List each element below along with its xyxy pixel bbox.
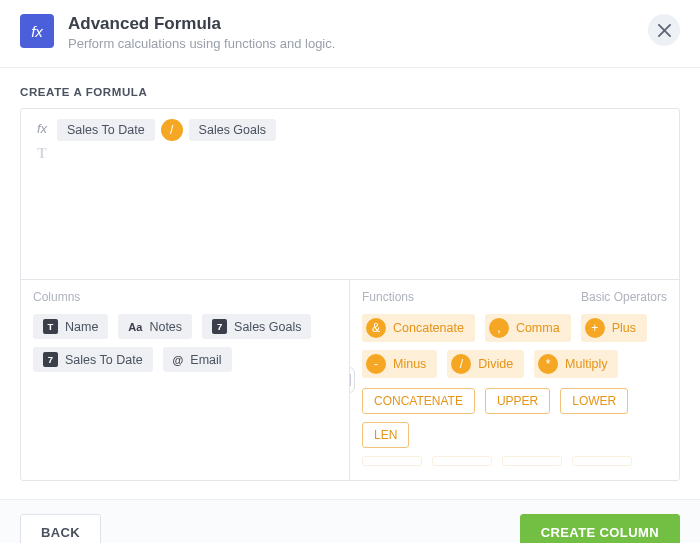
operator-minus[interactable]: - Minus	[362, 350, 437, 378]
token-column[interactable]: Sales To Date	[57, 119, 155, 141]
header-text: Advanced Formula Perform calculations us…	[68, 14, 648, 51]
formula-icon-glyph: fx	[31, 23, 43, 40]
column-chip-label: Sales Goals	[234, 320, 301, 334]
operator-label: Multiply	[565, 357, 607, 371]
functions-label: Functions	[362, 290, 414, 304]
column-chip-sales-goals[interactable]: 7 Sales Goals	[202, 314, 311, 339]
operators-list: & Concatenate , Comma + Plus - Minus	[362, 314, 667, 378]
dialog-title: Advanced Formula	[68, 14, 648, 34]
divide-icon: /	[451, 354, 471, 374]
token-operator[interactable]: /	[161, 119, 183, 141]
columns-heading: Columns	[33, 290, 337, 304]
comma-icon: ,	[489, 318, 509, 338]
formula-editor[interactable]: fx T Sales To Date / Sales Goals	[21, 109, 679, 279]
number-type-icon: 7	[43, 352, 58, 367]
create-column-button[interactable]: CREATE COLUMN	[520, 514, 680, 543]
section-label: CREATE A FORMULA	[20, 86, 680, 98]
multiply-icon: *	[538, 354, 558, 374]
main: CREATE A FORMULA fx T Sales To Date / Sa…	[0, 68, 700, 481]
ampersand-icon: &	[366, 318, 386, 338]
notes-type-icon: Aa	[128, 319, 142, 334]
operators-label: Basic Operators	[581, 290, 667, 304]
operator-concatenate[interactable]: & Concatenate	[362, 314, 475, 342]
operator-label: Divide	[478, 357, 513, 371]
formula-builder: fx T Sales To Date / Sales Goals Columns…	[20, 108, 680, 481]
functions-heading: Functions Basic Operators	[362, 290, 667, 304]
editor-gutter: fx T	[31, 119, 53, 269]
number-type-icon: 7	[212, 319, 227, 334]
dialog-subtitle: Perform calculations using functions and…	[68, 36, 648, 51]
operator-label: Minus	[393, 357, 426, 371]
function-placeholder	[502, 456, 562, 466]
column-chip-email[interactable]: @ Email	[163, 347, 232, 372]
column-chip-label: Notes	[149, 320, 182, 334]
column-chip-notes[interactable]: Aa Notes	[118, 314, 192, 339]
function-placeholder	[432, 456, 492, 466]
operator-divide[interactable]: / Divide	[447, 350, 524, 378]
functions-overflow	[362, 456, 667, 466]
operator-label: Concatenate	[393, 321, 464, 335]
function-upper[interactable]: UPPER	[485, 388, 550, 414]
columns-list: T Name Aa Notes 7 Sales Goals 7 Sales To…	[33, 314, 337, 372]
email-type-icon: @	[173, 352, 184, 367]
operator-label: Plus	[612, 321, 636, 335]
operator-plus[interactable]: + Plus	[581, 314, 647, 342]
columns-panel: Columns T Name Aa Notes 7 Sales Goals	[21, 280, 350, 480]
text-row-icon: T	[37, 146, 46, 162]
operator-multiply[interactable]: * Multiply	[534, 350, 618, 378]
editor-content[interactable]: Sales To Date / Sales Goals	[53, 119, 669, 269]
operator-comma[interactable]: , Comma	[485, 314, 571, 342]
dialog-header: fx Advanced Formula Perform calculations…	[0, 0, 700, 68]
column-chip-label: Name	[65, 320, 98, 334]
palette: Columns T Name Aa Notes 7 Sales Goals	[21, 279, 679, 480]
column-chip-label: Email	[190, 353, 221, 367]
functions-list: CONCATENATE UPPER LOWER LEN	[362, 388, 667, 448]
column-chip-sales-to-date[interactable]: 7 Sales To Date	[33, 347, 153, 372]
dialog-footer: BACK CREATE COLUMN	[0, 499, 700, 543]
operator-label: Comma	[516, 321, 560, 335]
fx-row-icon: fx	[37, 121, 47, 136]
function-placeholder	[572, 456, 632, 466]
close-icon	[658, 24, 671, 37]
token-column[interactable]: Sales Goals	[189, 119, 276, 141]
function-lower[interactable]: LOWER	[560, 388, 628, 414]
function-len[interactable]: LEN	[362, 422, 409, 448]
function-placeholder	[362, 456, 422, 466]
functions-panel: Functions Basic Operators & Concatenate …	[350, 280, 679, 480]
plus-icon: +	[585, 318, 605, 338]
text-type-icon: T	[43, 319, 58, 334]
minus-icon: -	[366, 354, 386, 374]
formula-icon: fx	[20, 14, 54, 48]
resize-handle[interactable]	[350, 367, 355, 393]
column-chip-label: Sales To Date	[65, 353, 143, 367]
columns-label: Columns	[33, 290, 80, 304]
back-button[interactable]: BACK	[20, 514, 101, 543]
close-button[interactable]	[648, 14, 680, 46]
column-chip-name[interactable]: T Name	[33, 314, 108, 339]
function-concatenate[interactable]: CONCATENATE	[362, 388, 475, 414]
